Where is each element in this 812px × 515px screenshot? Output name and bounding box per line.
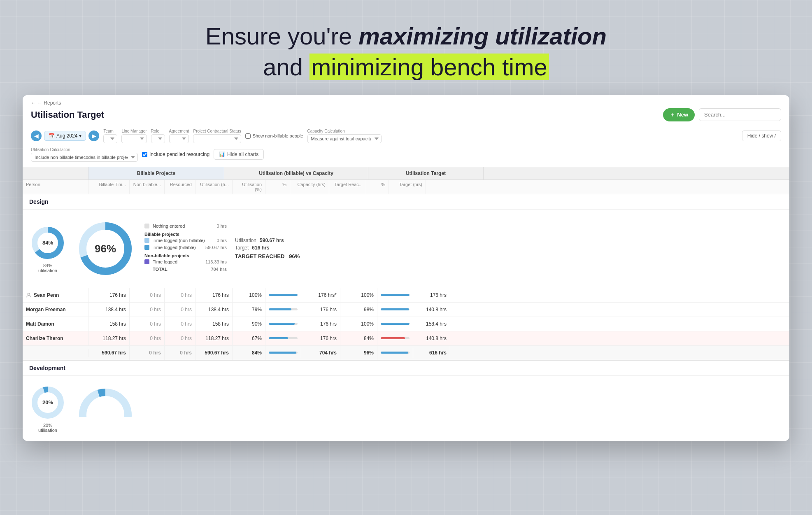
back-label: ← Reports xyxy=(37,100,61,106)
legend-nothing-value: 0 hrs xyxy=(217,224,227,228)
utilisation-calc-filter-group: Utilisation Calculation Include non-bill… xyxy=(31,147,138,162)
stat-target-value: 616 hrs xyxy=(252,245,269,251)
legend-nothing-entered: Nothing entered 0 hrs xyxy=(144,224,227,228)
sub-col-util-h: Utilisation (h... xyxy=(195,180,233,194)
sub-col-non-billable: Non-billable... xyxy=(130,180,165,194)
sub-col-resourced: Resourced xyxy=(165,180,195,194)
legend-non-billable-proj-group: Non-billable projects xyxy=(144,253,227,258)
progress-wrap xyxy=(269,308,298,310)
utilisation-calc-select[interactable]: Include non-billable timecodes in billab… xyxy=(31,153,138,162)
include-penciled-checkbox[interactable] xyxy=(142,152,147,157)
tpct-fill xyxy=(381,323,409,325)
capacity-calc-select[interactable]: Measure against total capacity xyxy=(307,134,382,143)
totals-progress-wrap xyxy=(269,352,298,354)
legend-time-billable: Time logged (billable) 590.67 hrs xyxy=(144,245,227,250)
stat-utilisation-value: 590.67 hrs xyxy=(260,238,284,243)
date-label[interactable]: 📅 Aug 2024 ▾ xyxy=(44,131,86,141)
team-select[interactable] xyxy=(103,134,117,143)
dev-big-donut xyxy=(74,384,136,417)
back-link[interactable]: ← ← Reports xyxy=(31,100,781,106)
progress-fill xyxy=(269,294,298,296)
hero-line1-prefix: Ensure you're xyxy=(205,23,358,49)
totals-tpct-bar xyxy=(377,347,413,358)
totals-resourced: 0 hrs xyxy=(165,346,195,360)
show-non-billable-checkbox[interactable] xyxy=(245,133,251,139)
role-label: Role xyxy=(151,129,165,133)
include-penciled-label[interactable]: Include penciled resourcing xyxy=(142,151,209,157)
col-group-utilisation-label: Utilisation (billable) vs Capacity xyxy=(259,170,333,176)
legend-billable-value: 590.67 hrs xyxy=(205,245,227,250)
cell-target-hrs: 176 hrs xyxy=(413,288,450,302)
hide-show-button[interactable]: Hide / show / xyxy=(742,130,781,141)
legend-dot-non-billable-proj xyxy=(144,259,149,264)
role-filter-group: Role xyxy=(151,129,165,143)
totals-pct-bar xyxy=(265,347,301,358)
tpct-wrap xyxy=(381,294,409,296)
cell-non-billable: 0 hrs xyxy=(130,303,165,317)
col-group-utilisation: Utilisation (billable) vs Capacity xyxy=(224,167,368,179)
cell-target-reached: 98% xyxy=(340,303,377,317)
svg-text:84%: 84% xyxy=(42,240,53,246)
include-penciled-text: Include penciled resourcing xyxy=(149,151,209,157)
cell-resourced: 0 hrs xyxy=(165,331,195,345)
col-group-header: Billable Projects Utilisation (billable)… xyxy=(23,167,789,180)
sub-col-pct: % xyxy=(265,180,290,194)
hero-line2-prefix: and xyxy=(263,54,309,80)
cell-person: Morgan Freeman xyxy=(23,303,88,317)
col-group-target: Utilisation Target xyxy=(368,167,484,179)
cell-pct-bar xyxy=(265,333,301,343)
cell-pct-bar xyxy=(265,304,301,315)
role-select[interactable] xyxy=(151,134,165,143)
cell-non-billable: 0 hrs xyxy=(130,317,165,331)
design-chart-row: 84% 84%utilisation 96% Nothing entered 0… xyxy=(23,210,789,288)
window-header: ← ← Reports Utilisation Target ＋ New ◀ 📅… xyxy=(23,95,789,167)
hero-title: Ensure you're maximizing utilization and… xyxy=(8,21,804,83)
search-input[interactable] xyxy=(699,108,781,121)
tpct-wrap xyxy=(381,323,409,325)
legend-nothing-label: Nothing entered xyxy=(153,224,185,228)
stat-utilisation: Utilisation 590.67 hrs xyxy=(235,238,783,243)
col-group-billable: Billable Projects xyxy=(88,167,224,179)
cell-target-hrs: 140.8 hrs xyxy=(413,303,450,317)
cell-person: Sean Penn xyxy=(23,288,88,302)
legend-dot-non-billable xyxy=(144,238,149,243)
cell-tpct-bar xyxy=(377,290,413,300)
filters-row-1: ◀ 📅 Aug 2024 ▾ ▶ Team Line Manager Role xyxy=(31,126,781,145)
development-section-header: Development xyxy=(23,361,789,376)
dev-small-donut-wrapper: 20% 20%utilisation xyxy=(29,384,66,433)
show-non-billable-checkbox-label[interactable]: Show non-billable people xyxy=(245,133,303,139)
cell-capacity: 176 hrs xyxy=(301,303,340,317)
new-button[interactable]: ＋ New xyxy=(663,108,695,121)
cell-util-pct: 67% xyxy=(233,331,265,345)
totals-billable-time: 590.67 hrs xyxy=(88,346,130,360)
cell-target-reached: 84% xyxy=(340,331,377,345)
legend-non-billable-proj-value: 113.33 hrs xyxy=(205,259,227,264)
stat-target: Target 616 hrs xyxy=(235,245,783,251)
table-row: Charlize Theron 118.27 hrs 0 hrs 0 hrs 1… xyxy=(23,331,789,346)
sub-col-target-pct: % xyxy=(366,180,389,194)
legend-total-value: 704 hrs xyxy=(211,267,227,272)
line-manager-select[interactable] xyxy=(121,134,147,143)
legend-dot-total xyxy=(144,267,149,272)
dev-small-donut: 20% xyxy=(29,384,66,421)
table-row: Matt Damon 158 hrs 0 hrs 0 hrs 158 hrs 9… xyxy=(23,317,789,331)
date-value: Aug 2024 xyxy=(56,133,77,139)
agreement-select[interactable] xyxy=(169,134,189,143)
cell-person: Charlize Theron xyxy=(23,331,88,345)
prev-date-button[interactable]: ◀ xyxy=(31,130,42,141)
cell-resourced: 0 hrs xyxy=(165,288,195,302)
totals-util-h: 590.67 hrs xyxy=(195,346,233,360)
project-status-select[interactable] xyxy=(193,134,241,143)
cell-target-reached: 100% xyxy=(340,288,377,302)
hide-charts-button[interactable]: 📊 Hide all charts xyxy=(214,149,264,160)
dev-small-donut-label: 20%utilisation xyxy=(38,423,57,433)
cell-resourced: 0 hrs xyxy=(165,303,195,317)
cell-util-h: 158 hrs xyxy=(195,317,233,331)
cell-non-billable: 0 hrs xyxy=(130,331,165,345)
cell-billable-time: 176 hrs xyxy=(88,288,130,302)
next-date-button[interactable]: ▶ xyxy=(88,130,99,141)
agreement-filter-group: Agreement xyxy=(169,129,189,143)
person-icon xyxy=(26,292,32,298)
col-group-billable-label: Billable Projects xyxy=(137,170,175,176)
capacity-calc-label: Capacity Calculation xyxy=(307,129,382,133)
